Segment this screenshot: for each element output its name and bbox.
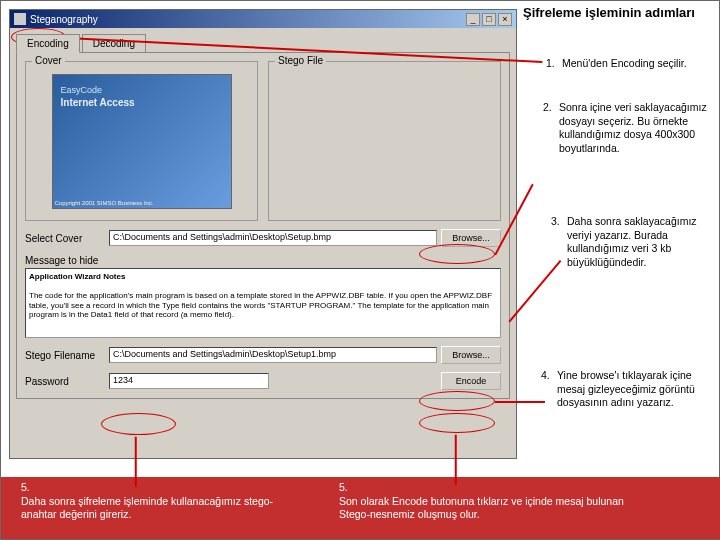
stego-panel: Stego File	[268, 61, 501, 221]
annot-oval-browse2	[419, 391, 495, 411]
thumb-text2: Internet Access	[61, 97, 135, 108]
step-2-text: Sonra içine veri saklayacağımız dosyayı …	[559, 101, 715, 156]
select-cover-row: Select Cover C:\Documents and Settings\a…	[25, 229, 501, 247]
step-6-text: Son olarak Encode butonuna tıklarız ve i…	[339, 495, 639, 522]
step-5-left: 5. Daha sonra şifreleme işleminde kullan…	[21, 481, 291, 522]
stego-filename-input[interactable]: C:\Documents and Settings\admin\Desktop\…	[109, 347, 437, 363]
step-2-num: 2.	[543, 101, 559, 156]
step-5-text: Daha sonra şifreleme işleminde kullanaca…	[21, 495, 291, 522]
password-row: Password 1234 Encode	[25, 372, 501, 390]
slide-root: Steganography _ □ × Encoding Decoding Co…	[0, 0, 720, 540]
encode-button[interactable]: Encode	[441, 372, 501, 390]
stego-panel-inner	[273, 66, 496, 216]
annot-oval-password	[101, 413, 176, 435]
step-1-num: 1.	[546, 57, 562, 71]
password-input[interactable]: 1234	[109, 373, 269, 389]
thumb-caption: Copyright 2001 SIMSO Business Inc.	[55, 200, 154, 206]
tabs: Encoding Decoding	[16, 34, 510, 52]
cover-thumbnail: EasyCode Internet Access Copyright 2001 …	[52, 74, 232, 209]
tab-decoding[interactable]: Decoding	[82, 34, 146, 52]
step-3-text: Daha sonra saklayacağımız veriyi yazarız…	[567, 215, 715, 270]
message-textarea[interactable]: Application Wizard Notes The code for th…	[25, 268, 501, 338]
panels-row: Cover EasyCode Internet Access Copyright…	[25, 61, 501, 221]
step-6-num: 5.	[339, 481, 639, 495]
cover-panel: Cover EasyCode Internet Access Copyright…	[25, 61, 258, 221]
window-buttons: _ □ ×	[466, 13, 512, 26]
cover-panel-label: Cover	[32, 55, 65, 66]
step-1-text: Menü'den Encoding seçilir.	[562, 57, 687, 71]
step-6-right: 5. Son olarak Encode butonuna tıklarız v…	[339, 481, 639, 522]
step-2: 2. Sonra içine veri saklayacağımız dosya…	[543, 101, 715, 156]
arrow-5	[135, 437, 137, 487]
window-title: Steganography	[30, 14, 98, 25]
minimize-button[interactable]: _	[466, 13, 480, 26]
select-cover-input[interactable]: C:\Documents and Settings\admin\Desktop\…	[109, 230, 437, 246]
close-button[interactable]: ×	[498, 13, 512, 26]
stego-panel-label: Stego File	[275, 55, 326, 66]
app-body: Encoding Decoding Cover EasyCode Interne…	[10, 28, 516, 405]
step-5-num: 5.	[21, 481, 291, 495]
annot-oval-encode	[419, 413, 495, 433]
step-4-text: Yine browse'ı tıklayarak içine mesaj giz…	[557, 369, 717, 410]
arrow-4	[495, 401, 545, 403]
instructions-title: Şifreleme işleminin adımları	[523, 5, 715, 21]
cover-panel-inner: EasyCode Internet Access Copyright 2001 …	[30, 66, 253, 216]
browse-stego-button[interactable]: Browse...	[441, 346, 501, 364]
app-icon	[14, 13, 26, 25]
tabs-wrap: Encoding Decoding Cover EasyCode Interne…	[16, 34, 510, 399]
stego-filename-label: Stego Filename	[25, 350, 105, 361]
step-4-num: 4.	[541, 369, 557, 410]
stego-filename-row: Stego Filename C:\Documents and Settings…	[25, 346, 501, 364]
thumb-text1: EasyCode	[61, 85, 103, 95]
step-1: 1. Menü'den Encoding seçilir.	[546, 57, 714, 71]
step-3: 3. Daha sonra saklayacağımız veriyi yaza…	[551, 215, 715, 270]
step-4: 4. Yine browse'ı tıklayarak içine mesaj …	[541, 369, 717, 410]
tab-encoding[interactable]: Encoding	[16, 34, 80, 53]
textarea-title: Application Wizard Notes	[29, 272, 497, 282]
textarea-body: The code for the application's main prog…	[29, 291, 492, 319]
titlebar: Steganography _ □ ×	[10, 10, 516, 28]
annot-oval-browse1	[419, 244, 495, 264]
red-footer-bar: 5. Daha sonra şifreleme işleminde kullan…	[1, 477, 720, 539]
password-label: Password	[25, 376, 105, 387]
tab-content: Cover EasyCode Internet Access Copyright…	[16, 52, 510, 399]
arrow-6	[455, 435, 457, 485]
maximize-button[interactable]: □	[482, 13, 496, 26]
select-cover-label: Select Cover	[25, 233, 105, 244]
